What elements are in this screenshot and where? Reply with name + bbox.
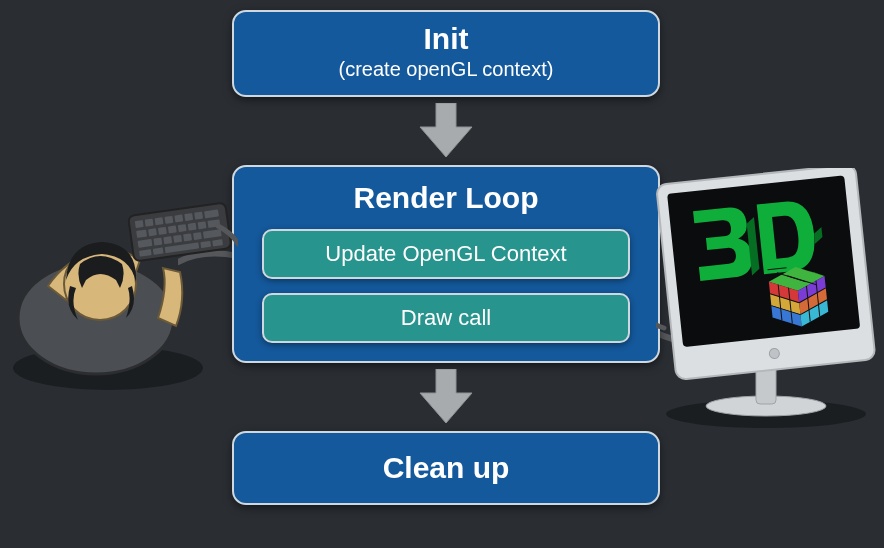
render-loop-title: Render Loop <box>354 181 539 215</box>
svg-rect-9 <box>184 213 193 221</box>
svg-rect-16 <box>178 224 187 232</box>
cleanup-box: Clean up <box>232 431 660 505</box>
svg-rect-13 <box>148 228 157 236</box>
init-box: Init (create openGL context) <box>232 10 660 97</box>
render-loop-box: Render Loop Update OpenGL Context Draw c… <box>232 165 660 363</box>
svg-rect-10 <box>194 212 203 220</box>
svg-rect-8 <box>174 214 183 222</box>
svg-rect-5 <box>145 219 154 227</box>
svg-rect-14 <box>158 227 167 235</box>
svg-rect-18 <box>198 221 207 229</box>
svg-rect-12 <box>136 230 147 238</box>
arrow-down-icon <box>416 103 476 159</box>
update-context-step: Update OpenGL Context <box>262 229 631 279</box>
svg-rect-7 <box>164 216 173 224</box>
init-title: Init <box>254 22 638 56</box>
monitor-3d-icon <box>656 168 876 428</box>
arrow-down-icon <box>416 369 476 425</box>
svg-rect-22 <box>163 236 172 244</box>
draw-call-step: Draw call <box>262 293 631 343</box>
svg-rect-21 <box>153 238 162 246</box>
flow-column: Init (create openGL context) Render Loop… <box>232 10 660 505</box>
cleanup-title: Clean up <box>254 451 638 485</box>
svg-rect-23 <box>173 235 182 243</box>
svg-point-56 <box>769 348 780 359</box>
user-keyboard-icon <box>8 168 238 398</box>
svg-rect-25 <box>193 232 202 240</box>
svg-rect-17 <box>188 223 197 231</box>
svg-rect-15 <box>168 225 177 233</box>
svg-rect-24 <box>183 233 192 241</box>
init-subtitle: (create openGL context) <box>254 58 638 81</box>
svg-rect-4 <box>135 220 144 228</box>
svg-rect-6 <box>155 217 164 225</box>
